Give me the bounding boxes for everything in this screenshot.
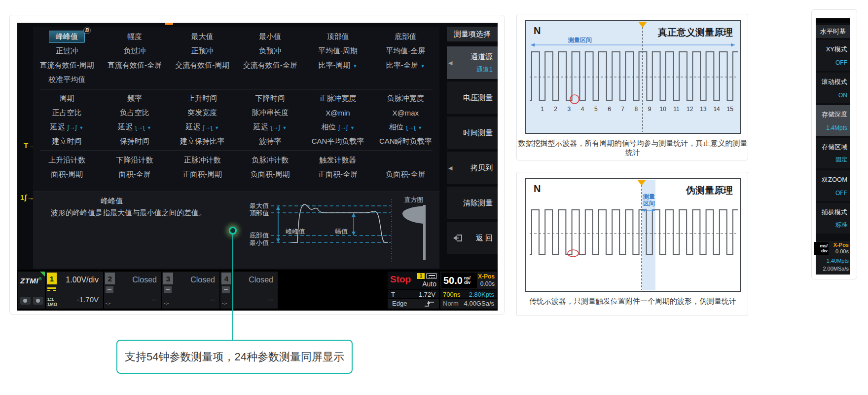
menu-item[interactable]: 频率 [101,94,168,103]
menu-item[interactable]: 正预冲 [169,46,236,56]
sidebar-button-XY模式[interactable]: XY模式OFF [816,40,850,71]
sidebar-button-捕获模式[interactable]: 捕获模式标准 [816,203,850,234]
timebase-status-block[interactable]: 50.0 ns/div X-Pos 0.00s 700ns 2.80Kpts N… [440,272,497,309]
svg-text:15: 15 [727,106,734,113]
sidebar-button-存储深度[interactable]: 存储深度1.4Mpts [816,105,850,136]
panel-caption: 传统示波器，只测量触发位置附件一个周期的波形，伪测量统计 [517,297,749,306]
menu-item-label: 延迟 [50,122,65,131]
menu-item[interactable]: 正面积-全屏 [304,170,371,179]
menu-item[interactable]: 比率-全屏▼ [372,61,439,70]
trigger-status-block[interactable]: Stop 1 Auto T 1.72V Edge [388,272,439,309]
dropdown-caret-icon[interactable]: ▼ [350,125,355,130]
menu-item[interactable]: X@min [304,109,371,117]
menu-item[interactable]: 面积-全屏 [101,170,168,179]
menu-item[interactable]: 上升沿计数 [33,156,101,165]
menu-item[interactable]: 相位ʅ→ʅ▼ [372,122,439,132]
trigger-level-value: 1.72V [419,291,435,298]
menu-item[interactable]: 峰峰值B [33,31,101,43]
dropdown-caret-icon[interactable]: ▼ [353,64,358,69]
menu-item[interactable]: 比率-周期▼ [304,61,371,70]
sidebar-button-清除测量[interactable]: 清除测量 [447,187,498,219]
menu-item[interactable]: 负过冲 [101,46,168,56]
menu-item-label: 延迟 [253,122,268,131]
sidebar-button-拷贝到[interactable]: ◀拷贝到 [447,152,498,184]
menu-item[interactable]: 正脉冲计数 [169,156,236,165]
menu-item[interactable]: 触发计数器 [304,156,371,165]
channel-2-block[interactable]: 2-:-Closed-- [104,272,161,309]
menu-item[interactable]: 相位ʃ→ʃ▼ [304,122,371,132]
menu-item[interactable]: 下降沿计数 [101,156,168,165]
xpos-label: X-Pos [833,242,849,248]
menu-item[interactable]: 延迟ʅ→ʃ▼ [236,122,304,132]
menu-item[interactable]: CAN平均负载率 [304,137,371,146]
menu-item[interactable]: 建立时间 [33,137,101,146]
menu-item[interactable]: 正面积-周期 [169,170,236,179]
menu-item[interactable]: 建立保持比率 [169,137,236,146]
sidebar-button-时间测量[interactable]: 时间测量 [447,117,498,149]
menu-item[interactable]: 最小值 [236,32,304,41]
menu-item[interactable]: 延迟ʃ→ʅ▼ [169,122,236,132]
sidebar-button-通道源[interactable]: ◀通道源通道1 [447,46,498,79]
dropdown-caret-icon[interactable]: ▼ [283,125,287,130]
menu-item[interactable]: 负脉冲计数 [236,156,304,165]
menu-item[interactable]: 负面积-全屏 [372,170,439,179]
dropdown-caret-icon[interactable]: ▼ [147,125,151,130]
menu-item[interactable]: 平均值-周期 [304,46,371,56]
menu-item[interactable]: 负占空比 [101,108,168,118]
menu-item[interactable]: 直流有效值-周期 [33,61,101,70]
menu-item[interactable]: 负脉冲宽度 [372,94,439,103]
menu-divider [40,151,433,151]
dropdown-caret-icon[interactable]: ▼ [418,125,422,130]
menu-item[interactable]: 直流有效值-全屏 [101,61,168,70]
menu-item[interactable]: 平均值-全屏 [372,46,439,56]
menu-item[interactable]: 延迟ʅ→ʅ▼ [101,122,168,132]
dropdown-caret-icon[interactable]: ▼ [421,64,425,69]
menu-item[interactable]: 保持时间 [101,137,168,146]
channel-scale-label: Closed [190,276,215,284]
menu-item[interactable]: 正脉冲宽度 [304,94,371,103]
menu-item[interactable]: 交流有效值-全屏 [236,61,304,70]
menu-item[interactable]: 面积-周期 [33,170,101,179]
menu-item[interactable]: 负面积-周期 [236,170,304,179]
sidebar-button-value: OFF [835,59,847,66]
sidebar-button-双ZOOM[interactable]: 双ZOOMOFF [816,170,850,201]
menu-item[interactable]: 突发宽度 [169,108,236,118]
channel-4-block[interactable]: 4-:-Closed-- [220,272,278,309]
menu-item[interactable]: 正过冲 [33,46,101,56]
menu-item[interactable]: 脉冲串长度 [236,108,304,118]
menu-item[interactable]: X@max [372,109,439,117]
touch-lock-icon[interactable] [33,297,43,305]
dropdown-caret-icon[interactable]: ▼ [79,125,84,130]
menu-divider [40,89,433,89]
channel-1-block[interactable]: 11:11MΩ1.00V/div-1.70V [46,272,103,309]
sidebar-button-存储区域[interactable]: 存储区域固定 [816,138,850,168]
menu-item-label: 保持时间 [120,137,149,145]
menu-item[interactable]: 交流有效值-周期 [169,61,236,70]
menu-item[interactable]: 底部值 [372,32,439,41]
menu-item[interactable]: 周期 [33,94,101,103]
sidebar-button-电压测量[interactable]: 电压测量 [447,81,498,114]
menu-item[interactable]: 正占空比 [33,108,101,118]
touch-gesture-icon[interactable] [20,297,31,305]
sidebar-header: 测量项选择 [447,27,498,41]
menu-item[interactable]: 延迟ʃ→ʃ▼ [33,122,101,132]
menu-item[interactable]: 下降时间 [236,94,304,103]
sample-rate: 2.00MSa/s [823,266,849,272]
menu-item[interactable]: 校准平均值 [33,75,101,84]
menu-item[interactable]: 顶部值 [304,32,371,41]
dropdown-caret-icon[interactable]: ▼ [215,125,219,130]
sidebar-button-返回[interactable]: 返 回 [447,222,498,254]
menu-item[interactable]: 最大值 [169,32,236,41]
sidebar-button-滚动模式[interactable]: 滚动模式ON [816,73,850,103]
menu-item[interactable]: 上升时间 [169,94,236,103]
menu-item[interactable]: CAN瞬时负载率 [372,137,439,146]
sidebar-button-value: 固定 [835,156,847,164]
menu-item[interactable]: 负预冲 [236,46,304,56]
menu-item-label: 负面积-全屏 [386,170,425,178]
menu-item-label: 负过冲 [123,46,145,55]
xpos-value: 0.00s [835,248,849,254]
oscilloscope-screen: T→ 1ʃ→ 峰峰值B幅度最大值最小值顶部值底部值正过冲负过冲正预冲负预冲平均值… [17,23,498,311]
menu-item[interactable]: 幅度 [101,32,168,41]
menu-item[interactable]: 波特率 [236,137,304,146]
channel-3-block[interactable]: 3-:-Closed-- [162,272,219,309]
